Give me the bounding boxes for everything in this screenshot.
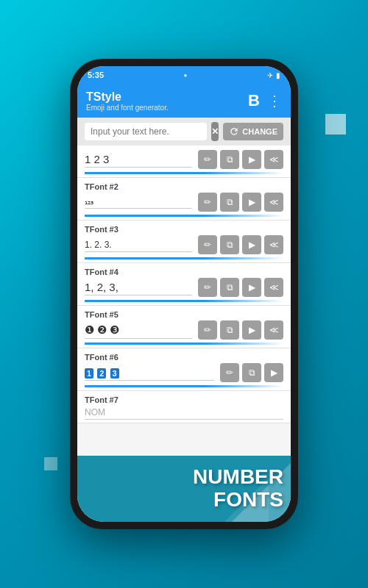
copy-btn-1[interactable]: ⧉ — [220, 150, 239, 169]
divider-2 — [85, 215, 283, 217]
action-btns-4: ✏ ⧉ ▶ ≪ — [198, 278, 283, 297]
battery-icon: ▮ — [276, 71, 280, 79]
font-row-5: ❶ ❷ ❸ ✏ ⧉ ▶ ≪ — [85, 320, 283, 340]
bold-button[interactable]: B — [248, 91, 260, 110]
font-row-6: 1 2 3 ✏ ⧉ ▶ — [85, 363, 283, 382]
font-label-2: TFont #2 — [85, 182, 283, 191]
play-btn-3[interactable]: ▶ — [242, 235, 261, 254]
font-item-4: TFont #4 1, 2, 3, ✏ ⧉ ▶ ≪ — [77, 263, 291, 306]
app-subtitle: Emoji and font generator. — [86, 104, 169, 112]
promo-text: NUMBER FONTS — [193, 466, 283, 512]
font-preview-6: 1 2 3 — [85, 365, 214, 381]
copy-icon-1: ⧉ — [227, 154, 233, 165]
font-item-7: TFont #7 NOM — [77, 391, 291, 423]
font-item-2: TFont #2 ₁₂₃ ✏ ⧉ ▶ ≪ — [77, 178, 291, 220]
share-btn-5[interactable]: ≪ — [264, 320, 283, 340]
copy-btn-3[interactable]: ⧉ — [220, 235, 239, 254]
edit-btn-2[interactable]: ✏ — [198, 193, 217, 212]
share-icon-1: ≪ — [269, 154, 279, 165]
clear-button[interactable]: ✕ — [211, 122, 219, 141]
copy-btn-6[interactable]: ⧉ — [242, 363, 261, 382]
phone-frame: 5:35 ● ✈ ▮ TStyle Emoji and font generat… — [70, 59, 298, 529]
status-bar: 5:35 ● ✈ ▮ — [77, 66, 291, 84]
play-btn-2[interactable]: ▶ — [242, 193, 261, 212]
divider-6 — [85, 385, 283, 387]
status-icons: ✈ ▮ — [267, 71, 280, 79]
status-dot: ● — [184, 72, 188, 79]
colored-digit-2: 2 — [97, 368, 106, 379]
change-button[interactable]: CHANGE — [223, 123, 283, 140]
play-btn-6[interactable]: ▶ — [264, 363, 283, 382]
divider-1 — [85, 172, 283, 174]
font-item-5: TFont #5 ❶ ❷ ❸ ✏ ⧉ ▶ ≪ — [77, 306, 291, 348]
search-input[interactable] — [85, 123, 207, 140]
divider-4 — [85, 300, 283, 302]
edit-btn-1[interactable]: ✏ — [198, 150, 217, 169]
play-btn-5[interactable]: ▶ — [242, 320, 261, 340]
font-item-3: TFont #3 1. 2. 3. ✏ ⧉ ▶ ≪ — [77, 220, 291, 263]
copy-btn-5[interactable]: ⧉ — [220, 320, 239, 340]
font-preview-5: ❶ ❷ ❸ — [85, 322, 192, 339]
status-time: 5:35 — [88, 71, 104, 79]
airplane-icon: ✈ — [267, 71, 273, 79]
font-item-6: TFont #6 1 2 3 ✏ ⧉ ▶ — [77, 348, 291, 391]
edit-btn-5[interactable]: ✏ — [198, 320, 217, 340]
share-btn-1[interactable]: ≪ — [264, 150, 283, 169]
font-row-3: 1. 2. 3. ✏ ⧉ ▶ ≪ — [85, 235, 283, 254]
font-preview-4: 1, 2, 3, — [85, 279, 192, 295]
font-row-1: 1 2 3 ✏ ⧉ ▶ ≪ — [85, 150, 283, 169]
clear-icon: ✕ — [211, 126, 219, 137]
edit-btn-6[interactable]: ✏ — [220, 363, 239, 382]
action-btns-5: ✏ ⧉ ▶ ≪ — [198, 320, 283, 340]
edit-icon-1: ✏ — [204, 154, 211, 165]
font-label-3: TFont #3 — [85, 225, 283, 234]
action-btns-1: ✏ ⧉ ▶ ≪ — [198, 150, 283, 169]
font-preview-7: NOM — [85, 406, 283, 420]
search-bar: ✕ CHANGE — [77, 118, 291, 146]
decoration-square-1 — [325, 114, 346, 135]
colored-digit-1: 1 — [85, 368, 93, 379]
refresh-icon — [229, 126, 239, 137]
play-icon-1: ▶ — [249, 154, 255, 165]
edit-btn-4[interactable]: ✏ — [198, 278, 217, 297]
font-preview-2: ₁₂₃ — [85, 196, 192, 209]
action-btns-2: ✏ ⧉ ▶ ≪ — [198, 193, 283, 212]
font-label-4: TFont #4 — [85, 268, 283, 276]
copy-btn-4[interactable]: ⧉ — [220, 278, 239, 297]
font-label-6: TFont #6 — [85, 353, 283, 362]
promo-line1: NUMBER — [193, 466, 283, 489]
share-btn-3[interactable]: ≪ — [264, 235, 283, 254]
divider-3 — [85, 257, 283, 259]
share-btn-2[interactable]: ≪ — [264, 193, 283, 212]
app-title: TStyle — [86, 90, 169, 104]
font-preview-3: 1. 2. 3. — [85, 238, 192, 252]
copy-btn-2[interactable]: ⧉ — [220, 193, 239, 212]
font-row-4: 1, 2, 3, ✏ ⧉ ▶ ≪ — [85, 278, 283, 297]
font-list: 1 2 3 ✏ ⧉ ▶ ≪ — [77, 146, 291, 456]
colored-digit-3: 3 — [110, 368, 119, 379]
play-btn-4[interactable]: ▶ — [242, 278, 261, 297]
app-title-group: TStyle Emoji and font generator. — [86, 90, 169, 112]
font-row-2: ₁₂₃ ✏ ⧉ ▶ ≪ — [85, 193, 283, 212]
font-item-1: 1 2 3 ✏ ⧉ ▶ ≪ — [77, 146, 291, 178]
change-label: CHANGE — [242, 127, 277, 136]
action-btns-3: ✏ ⧉ ▶ ≪ — [198, 235, 283, 254]
app-bar: TStyle Emoji and font generator. B ⋮ — [77, 84, 291, 118]
more-button[interactable]: ⋮ — [267, 92, 282, 110]
promo-line2: FONTS — [193, 489, 283, 512]
app-bar-actions: B ⋮ — [248, 91, 282, 110]
divider-5 — [85, 343, 283, 345]
font-label-7: TFont #7 — [85, 395, 283, 404]
font-row-7: NOM — [85, 406, 283, 420]
font-label-5: TFont #5 — [85, 310, 283, 319]
play-btn-1[interactable]: ▶ — [242, 150, 261, 169]
edit-btn-3[interactable]: ✏ — [198, 235, 217, 254]
phone-screen: 5:35 ● ✈ ▮ TStyle Emoji and font generat… — [77, 66, 291, 522]
decoration-square-2 — [44, 457, 57, 470]
bottom-overlay: NUMBER FONTS — [77, 456, 291, 522]
font-preview-1: 1 2 3 — [85, 151, 192, 168]
action-btns-6: ✏ ⧉ ▶ — [220, 363, 283, 382]
share-btn-4[interactable]: ≪ — [264, 278, 283, 297]
